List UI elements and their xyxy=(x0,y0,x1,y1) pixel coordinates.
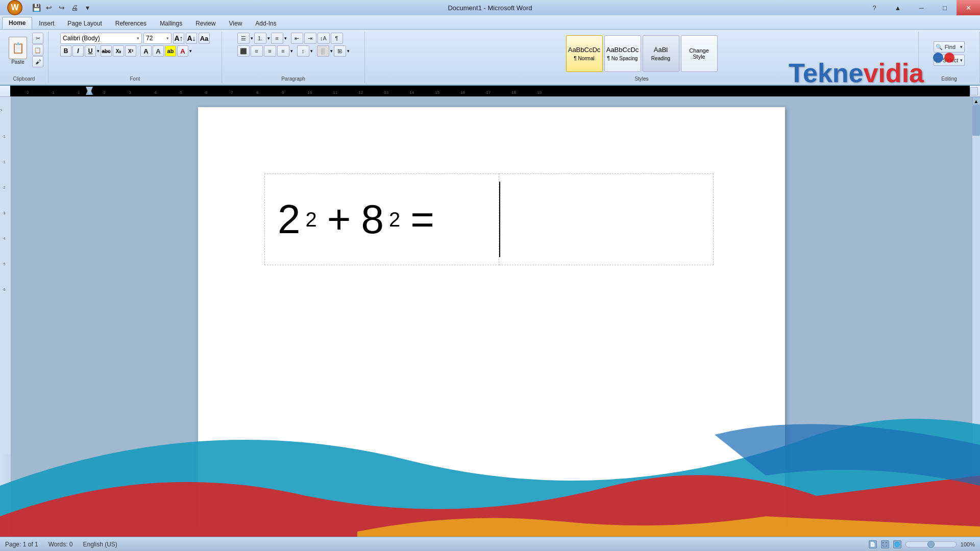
equation-cell-left[interactable]: 22 + 82 = xyxy=(264,173,499,265)
justify-button[interactable]: ≡ xyxy=(277,45,289,57)
multilevel-button[interactable]: ≡ xyxy=(271,33,283,44)
font-color-dropdown[interactable]: ▾ xyxy=(189,48,192,54)
subscript-button[interactable]: X₂ xyxy=(113,45,124,57)
language-info: English (US) xyxy=(83,541,117,548)
zoom-slider[interactable] xyxy=(905,541,957,547)
clear-format-button[interactable]: A xyxy=(140,45,152,57)
svg-text:·3: ·3 xyxy=(2,211,6,215)
quick-access-toolbar: 💾 ↩ ↪ 🖨 ▾ xyxy=(31,1,93,14)
style-change[interactable]: ChangeStyle xyxy=(681,35,718,72)
help-button[interactable]: ? xyxy=(863,0,886,15)
font-name-selector[interactable]: Calibri (Body) ▾ xyxy=(60,33,142,44)
svg-text:·19: ·19 xyxy=(536,90,542,95)
vertical-ruler: ·2 ·1 ·1 ·2 ·3 ·4 ·5 ·6 xyxy=(0,97,11,537)
sort-button[interactable]: ↕A xyxy=(317,33,330,44)
scroll-up-button[interactable]: ▲ xyxy=(972,97,981,105)
find-button[interactable]: 🔍 Find ▾ xyxy=(934,41,965,53)
select-button[interactable]: ⬚ Select ▾ xyxy=(934,55,965,66)
format-painter-button[interactable]: 🖌 xyxy=(32,56,43,67)
bullets-button[interactable]: ☰ xyxy=(237,33,250,44)
select-dropdown[interactable]: ▾ xyxy=(960,58,963,63)
italic-button[interactable]: I xyxy=(72,45,84,57)
find-dropdown[interactable]: ▾ xyxy=(960,44,963,49)
document-scroll-area[interactable]: 22 + 82 = xyxy=(11,97,972,537)
bullets-dropdown[interactable]: ▾ xyxy=(251,36,253,41)
font-shrink-button[interactable]: A↓ xyxy=(186,33,197,44)
bold-button[interactable]: B xyxy=(60,45,71,57)
shading-dropdown[interactable]: ▾ xyxy=(330,48,333,54)
clipboard-label: Clipboard xyxy=(0,76,48,82)
maximize-button[interactable]: □ xyxy=(933,0,957,15)
svg-text:·8: ·8 xyxy=(255,90,259,95)
superscript-button[interactable]: X² xyxy=(125,45,136,57)
align-right-button[interactable]: ≡ xyxy=(264,45,276,57)
font-size-selector[interactable]: 72 ▾ xyxy=(143,33,172,44)
shading-button[interactable]: ░ xyxy=(317,45,329,57)
copy-button[interactable]: 📋 xyxy=(32,44,43,56)
equation-cell-right[interactable] xyxy=(499,173,714,265)
tab-mailings[interactable]: Mailings xyxy=(153,17,189,29)
zoom-thumb[interactable] xyxy=(927,541,935,548)
underline-button[interactable]: U xyxy=(85,45,96,57)
tab-add-ins[interactable]: Add-Ins xyxy=(249,17,283,29)
undo-quick-btn[interactable]: ↩ xyxy=(43,2,55,13)
font-size-display: 72 xyxy=(146,35,153,42)
office-logo-button[interactable]: W xyxy=(2,1,28,14)
scroll-down-button[interactable]: ▼ xyxy=(972,529,981,537)
minimize-button[interactable]: ─ xyxy=(910,0,933,15)
document-page[interactable]: 22 + 82 = xyxy=(198,107,785,527)
redo-quick-btn[interactable]: ↪ xyxy=(56,2,67,13)
style-normal[interactable]: AaBbCcDc ¶ Normal xyxy=(566,35,603,72)
tab-page-layout[interactable]: Page Layout xyxy=(61,17,108,29)
align-dropdown[interactable]: ▾ xyxy=(290,48,293,54)
font-grow-button[interactable]: A↑ xyxy=(173,33,184,44)
select-icon: ⬚ xyxy=(936,57,941,64)
tab-insert[interactable]: Insert xyxy=(32,17,61,29)
text-effects-button[interactable]: A xyxy=(153,45,164,57)
paste-button[interactable]: 📋 Paste xyxy=(5,33,31,68)
style-no-spacing[interactable]: AaBbCcDc ¶ No Spacing xyxy=(604,35,641,72)
multi-dropdown[interactable]: ▾ xyxy=(284,36,287,41)
scroll-thumb[interactable] xyxy=(972,105,980,136)
ribbon-toggle-button[interactable]: ▲ xyxy=(886,0,910,15)
close-button[interactable]: ✕ xyxy=(957,0,980,15)
align-left-button[interactable]: ⬛ xyxy=(237,45,250,57)
operator-plus: + xyxy=(327,196,351,243)
tab-references[interactable]: References xyxy=(109,17,153,29)
numbering-button[interactable]: 1. xyxy=(254,33,266,44)
font-btn-dropdown-u[interactable]: ▾ xyxy=(97,48,100,54)
border-button[interactable]: ⊞ xyxy=(334,45,346,57)
font-color-button[interactable]: A xyxy=(177,45,188,57)
find-label: Find xyxy=(945,44,955,50)
tab-review[interactable]: Review xyxy=(189,17,222,29)
line-spacing-dropdown[interactable]: ▾ xyxy=(310,48,313,54)
web-layout-button[interactable]: 🌐 xyxy=(893,540,901,548)
print-layout-button[interactable]: 📄 xyxy=(869,540,877,548)
style-reading[interactable]: AaBl Reading xyxy=(643,35,679,72)
highlight-color-button[interactable]: ab xyxy=(165,45,176,57)
svg-rect-23 xyxy=(0,97,11,454)
view-ruler-button[interactable] xyxy=(970,87,978,95)
svg-text:·2: ·2 xyxy=(102,90,106,95)
tab-home[interactable]: Home xyxy=(2,17,32,29)
line-spacing-button[interactable]: ↕ xyxy=(297,45,309,57)
cut-button[interactable]: ✂ xyxy=(32,33,43,44)
border-dropdown[interactable]: ▾ xyxy=(347,48,350,54)
decrease-indent-button[interactable]: ⇤ xyxy=(291,33,303,44)
numbering-dropdown[interactable]: ▾ xyxy=(267,36,270,41)
base-8: 8 xyxy=(361,196,384,243)
change-case-button[interactable]: Aa xyxy=(199,33,210,44)
svg-text:·6: ·6 xyxy=(2,287,6,292)
qa-dropdown[interactable]: ▾ xyxy=(82,2,93,13)
tab-view[interactable]: View xyxy=(223,17,249,29)
strikethrough-button[interactable]: abc xyxy=(101,45,112,57)
font-size-dropdown-arrow: ▾ xyxy=(166,36,169,41)
vertical-scrollbar[interactable]: ▲ ▼ xyxy=(972,97,980,537)
increase-indent-button[interactable]: ⇥ xyxy=(304,33,316,44)
full-screen-button[interactable]: ⛶ xyxy=(881,540,889,548)
show-para-button[interactable]: ¶ xyxy=(331,33,343,44)
equals-sign: = xyxy=(410,196,434,243)
print-quick-btn[interactable]: 🖨 xyxy=(69,2,80,13)
align-center-button[interactable]: ≡ xyxy=(251,45,263,57)
save-quick-btn[interactable]: 💾 xyxy=(31,2,42,13)
